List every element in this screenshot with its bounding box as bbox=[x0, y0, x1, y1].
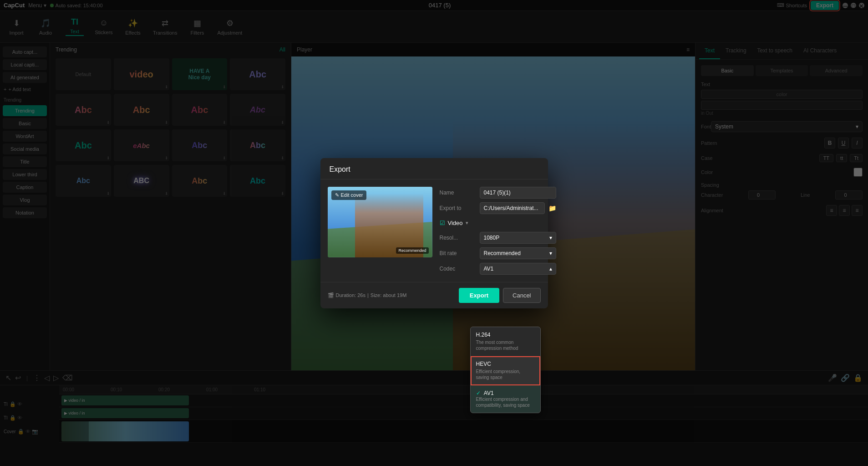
video-toggle[interactable]: ▾ bbox=[466, 220, 468, 226]
codec-select[interactable]: AV1 ▴ bbox=[480, 263, 556, 275]
edit-icon: ✎ bbox=[335, 192, 339, 198]
footer-buttons: Export Cancel bbox=[459, 288, 541, 303]
codec-dropdown: H.264 The most common compression method… bbox=[470, 327, 541, 413]
export-overlay: Export ✎ Export Edit cover Recommended bbox=[0, 0, 868, 466]
video-section-header: ☑ Video ▾ bbox=[440, 218, 556, 228]
video-checkbox[interactable]: ☑ bbox=[440, 220, 445, 226]
export-dialog: Export ✎ Export Edit cover Recommended bbox=[320, 158, 548, 308]
folder-button[interactable]: 📁 bbox=[548, 205, 556, 212]
recommended-badge: Recommended bbox=[396, 247, 428, 254]
edit-cover-button[interactable]: ✎ Export Edit cover bbox=[331, 190, 367, 200]
bitrate-select[interactable]: Recommended ▾ bbox=[480, 247, 556, 259]
codec-h264-option[interactable]: H.264 The most common compression method bbox=[471, 327, 540, 356]
codec-av1-option[interactable]: ✓ AV1 Efficient compression and compatib… bbox=[471, 385, 540, 413]
bitrate-label: Bit rate bbox=[440, 250, 476, 256]
name-label: Name bbox=[440, 189, 476, 196]
footer-info: 🎬 Duration: 26s | Size: about 19M bbox=[328, 292, 407, 298]
export-path-select[interactable]: C:/Users/Administrat... bbox=[480, 202, 545, 214]
resolution-label: Resol... bbox=[440, 235, 476, 241]
export-to-row: Export to C:/Users/Administrat... 📁 bbox=[440, 202, 556, 214]
chevron-down-icon-bit: ▾ bbox=[549, 250, 552, 256]
dialog-title: Export bbox=[320, 158, 548, 179]
name-row: Name bbox=[440, 187, 556, 199]
codec-row: Codec AV1 ▴ bbox=[440, 263, 556, 275]
dialog-settings: Name Export to C:/Users/Administrat... 📁… bbox=[440, 187, 556, 275]
resolution-select[interactable]: 1080P ▾ bbox=[480, 232, 556, 244]
cancel-button[interactable]: Cancel bbox=[503, 288, 540, 303]
codec-hevc-option[interactable]: HEVC Efficient compression, saving space bbox=[471, 356, 540, 385]
chevron-up-icon-codec: ▴ bbox=[549, 266, 552, 272]
name-input[interactable] bbox=[480, 187, 556, 199]
dialog-footer: 🎬 Duration: 26s | Size: about 19M Export… bbox=[320, 282, 548, 308]
chevron-down-icon-res: ▾ bbox=[549, 235, 552, 241]
bitrate-row: Bit rate Recommended ▾ bbox=[440, 247, 556, 259]
codec-label: Codec bbox=[440, 266, 476, 272]
resolution-row: Resol... 1080P ▾ bbox=[440, 232, 556, 244]
dialog-preview: ✎ Export Edit cover Recommended bbox=[328, 187, 432, 257]
check-icon: ✓ bbox=[476, 390, 481, 396]
export-to-label: Export to bbox=[440, 205, 476, 211]
dialog-body: ✎ Export Edit cover Recommended Name Exp… bbox=[320, 179, 548, 282]
film-icon: 🎬 bbox=[328, 292, 334, 298]
export-confirm-button[interactable]: Export bbox=[459, 288, 499, 303]
